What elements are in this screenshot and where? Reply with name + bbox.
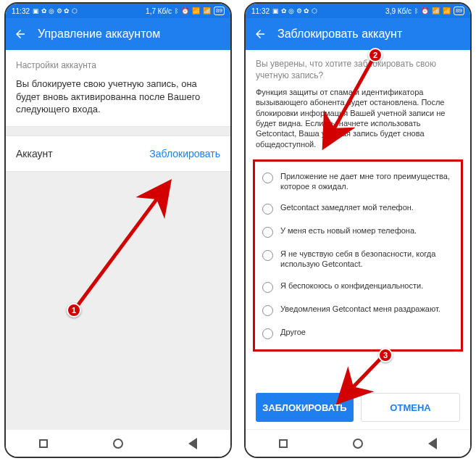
radio-icon: [262, 282, 273, 293]
nav-bar: [6, 429, 230, 457]
bt-icon: ᛒ: [414, 7, 418, 14]
account-row: Аккаунт Заблокировать: [6, 136, 230, 172]
step-marker-3: 3: [378, 348, 393, 362]
reason-option[interactable]: Уведомления Getcontact меня раздражают.: [258, 299, 458, 322]
nav-home[interactable]: [109, 435, 127, 452]
block-link[interactable]: Заблокировать: [149, 148, 220, 159]
data-rate: 3,9 Кб/с: [385, 7, 412, 15]
app-bar: Заблокировать аккаунт: [246, 18, 470, 50]
wifi-icon: 📶: [443, 7, 451, 14]
status-bar: 11:32 ▣ ✿ ◎ ⚙ ✿ ⬡ 1,7 Кб/с ᛒ ⏰ 📶 📶 89: [6, 4, 230, 18]
reasons-box: Приложение не дает мне того преимущества…: [253, 159, 463, 352]
confirm-text: Функция защиты от спама и идентификатора…: [246, 87, 470, 157]
section-text: Вы блокируете свою учетную запись, она б…: [6, 78, 230, 127]
content-area: Вы уверены, что хотите заблокировать сво…: [246, 50, 470, 429]
phone-screen-left: 11:32 ▣ ✿ ◎ ⚙ ✿ ⬡ 1,7 Кб/с ᛒ ⏰ 📶 📶 89 Уп…: [4, 2, 232, 458]
nav-recent[interactable]: [275, 435, 292, 452]
data-rate: 1,7 Кб/с: [146, 7, 172, 15]
signal-icon: 📶: [432, 7, 440, 14]
nav-recent[interactable]: [35, 435, 52, 452]
nav-bar: [246, 429, 470, 457]
phone-screen-right: 11:32 ▣ ✿ ◎ ⚙ ✿ ⬡ 3,9 Кб/с ᛒ ⏰ 📶 📶 89 За…: [244, 2, 472, 458]
app-bar: Управление аккаунтом: [6, 18, 230, 50]
nav-home[interactable]: [349, 435, 367, 452]
back-button[interactable]: [13, 27, 28, 41]
reason-option[interactable]: Getcontact замедляет мой телефон.: [258, 197, 458, 220]
status-icons: ▣ ✿ ◎ ⚙ ✿ ⬡: [272, 7, 317, 14]
radio-icon: [262, 173, 273, 183]
status-icons: ▣ ✿ ◎ ⚙ ✿ ⬡: [33, 7, 78, 14]
block-button[interactable]: ЗАБЛОКИРОВАТЬ: [256, 393, 354, 422]
reason-option[interactable]: Я беспокоюсь о конфиденциальности.: [258, 275, 458, 299]
signal-icon: 📶: [192, 7, 200, 14]
radio-icon: [262, 250, 273, 261]
bt-icon: ᛒ: [175, 7, 178, 14]
alarm-icon: ⏰: [181, 7, 189, 14]
status-bar: 11:32 ▣ ✿ ◎ ⚙ ✿ ⬡ 3,9 Кб/с ᛒ ⏰ 📶 📶 89: [246, 4, 470, 18]
content-area: Настройки аккаунта Вы блокируете свою уч…: [6, 50, 230, 429]
radio-icon: [262, 328, 273, 339]
step-marker-1: 1: [67, 303, 81, 317]
cancel-button[interactable]: ОТМЕНА: [361, 393, 460, 422]
confirm-question: Вы уверены, что хотите заблокировать сво…: [246, 50, 470, 87]
alarm-icon: ⏰: [421, 7, 429, 14]
battery-badge: 89: [214, 7, 225, 15]
section-label: Настройки аккаунта: [6, 50, 230, 78]
reason-option[interactable]: У меня есть новый номер телефона.: [258, 220, 458, 244]
page-title: Управление аккаунтом: [38, 28, 160, 41]
status-time: 11:32: [12, 7, 30, 15]
account-label: Аккаунт: [16, 148, 53, 159]
radio-icon: [262, 305, 273, 316]
battery-badge: 89: [454, 7, 464, 15]
nav-back[interactable]: [184, 435, 201, 452]
reason-option[interactable]: Другое: [258, 322, 458, 345]
page-title: Заблокировать аккаунт: [277, 28, 402, 41]
back-button[interactable]: [253, 27, 267, 41]
radio-icon: [262, 204, 273, 215]
nav-back[interactable]: [424, 435, 441, 452]
step-marker-2: 2: [368, 48, 383, 62]
reason-option[interactable]: Приложение не дает мне того преимущества…: [258, 166, 458, 198]
reason-option[interactable]: Я не чувствую себя в безопасности, когда…: [258, 244, 458, 275]
radio-icon: [262, 227, 273, 238]
status-time: 11:32: [251, 7, 270, 15]
wifi-icon: 📶: [203, 7, 211, 14]
button-row: ЗАБЛОКИРОВАТЬ ОТМЕНА: [246, 393, 470, 422]
